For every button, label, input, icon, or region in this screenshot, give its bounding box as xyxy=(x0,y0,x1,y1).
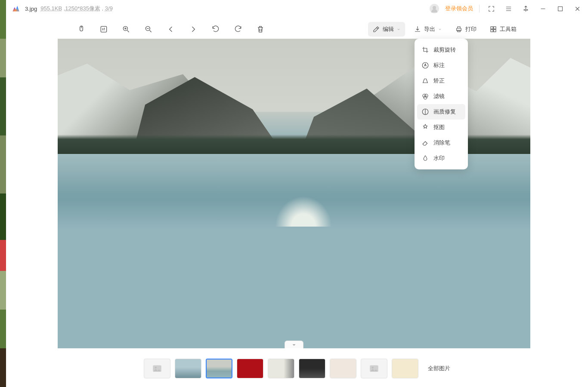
menu-item-straighten[interactable]: 矫正 xyxy=(417,73,465,89)
cutout-icon xyxy=(421,123,429,131)
eraser-icon xyxy=(421,139,429,147)
menu-label: 消除笔 xyxy=(433,139,450,147)
zoom-out-icon[interactable] xyxy=(141,22,156,37)
annotate-icon xyxy=(421,61,429,69)
menu-label: 画质修复 xyxy=(433,108,456,116)
actual-size-icon[interactable] xyxy=(96,22,111,37)
menu-item-cutout[interactable]: 抠图 xyxy=(417,120,465,135)
file-size: 955.1KB xyxy=(40,5,62,12)
crop-icon xyxy=(421,46,429,54)
menu-item-quality-repair[interactable]: 画质修复 xyxy=(417,104,465,120)
svg-point-13 xyxy=(424,96,427,99)
svg-rect-9 xyxy=(493,30,495,32)
menu-item-watermark[interactable]: 水印 xyxy=(417,150,465,166)
thumbnail-strip: 全部图片 xyxy=(6,353,588,387)
thumbnail-2[interactable] xyxy=(175,359,201,378)
thumbnail-8[interactable] xyxy=(361,359,387,378)
thumbnail-1[interactable] xyxy=(144,359,170,378)
print-icon xyxy=(455,25,463,33)
menu-label: 标注 xyxy=(433,61,445,69)
window-edge-strip xyxy=(0,0,6,387)
export-button[interactable]: 导出 xyxy=(409,22,446,37)
fullscreen-icon[interactable] xyxy=(486,3,497,14)
svg-point-16 xyxy=(155,367,157,369)
print-label: 打印 xyxy=(465,25,477,33)
toolbox-label: 工具箱 xyxy=(500,25,517,33)
menu-icon[interactable] xyxy=(503,3,514,14)
next-icon[interactable] xyxy=(186,22,201,37)
export-icon xyxy=(414,25,421,33)
menu-label: 矫正 xyxy=(433,77,445,85)
filter-icon xyxy=(421,92,429,100)
svg-rect-6 xyxy=(491,27,493,29)
thumbnail-6[interactable] xyxy=(299,359,325,378)
menu-label: 裁剪旋转 xyxy=(433,46,456,54)
thumbnail-toggle-handle[interactable] xyxy=(285,341,303,348)
grid-icon xyxy=(489,25,497,33)
close-icon[interactable] xyxy=(572,3,583,14)
mouse-icon[interactable] xyxy=(74,22,89,37)
svg-rect-7 xyxy=(493,27,495,29)
zoom-in-icon[interactable] xyxy=(118,22,134,37)
minimize-icon[interactable] xyxy=(537,3,548,14)
straighten-icon xyxy=(421,77,429,85)
edit-dropdown-menu: 裁剪旋转 标注 矫正 滤镜 画质修复 抠图 消除笔 水印 xyxy=(415,39,468,169)
delete-icon[interactable] xyxy=(253,22,268,37)
thumbnail-7[interactable] xyxy=(330,359,356,378)
prev-icon[interactable] xyxy=(163,22,179,37)
print-button[interactable]: 打印 xyxy=(451,22,481,37)
menu-item-annotate[interactable]: 标注 xyxy=(417,58,465,73)
menu-label: 抠图 xyxy=(433,123,445,131)
file-index: 3/9 xyxy=(105,5,113,12)
chevron-down-icon xyxy=(396,27,401,31)
menu-item-filter[interactable]: 滤镜 xyxy=(417,89,465,104)
export-label: 导出 xyxy=(424,25,435,33)
thumbnail-9[interactable] xyxy=(392,359,418,378)
menu-label: 水印 xyxy=(433,154,445,162)
file-dimensions: 1250*835像素 xyxy=(65,5,100,12)
file-info: 955.1KB ,1250*835像素 , 3/9 xyxy=(40,5,113,12)
thumbnail-4[interactable] xyxy=(237,359,263,378)
main-toolbar: 编辑 导出 打印 工具箱 xyxy=(6,21,588,38)
maximize-icon[interactable] xyxy=(554,3,566,14)
titlebar: 3.jpg 955.1KB ,1250*835像素 , 3/9 登录领会员 xyxy=(6,0,588,17)
thumbnail-5[interactable] xyxy=(268,359,294,378)
svg-point-12 xyxy=(425,94,428,98)
edit-icon xyxy=(372,25,380,33)
edit-button[interactable]: 编辑 xyxy=(368,22,405,37)
divider xyxy=(479,5,480,12)
thumbnail-3[interactable] xyxy=(206,359,232,378)
svg-rect-8 xyxy=(491,30,493,32)
svg-rect-0 xyxy=(558,6,562,11)
pin-icon[interactable] xyxy=(520,3,531,14)
file-name: 3.jpg xyxy=(25,6,37,12)
quality-icon xyxy=(421,108,429,116)
chevron-down-icon xyxy=(438,27,442,31)
toolbox-button[interactable]: 工具箱 xyxy=(485,22,521,37)
rotate-left-icon[interactable] xyxy=(208,22,223,37)
user-avatar-icon[interactable] xyxy=(430,4,439,13)
svg-point-18 xyxy=(372,367,374,369)
all-images-link[interactable]: 全部图片 xyxy=(428,365,450,372)
vip-login-link[interactable]: 登录领会员 xyxy=(445,5,473,12)
menu-label: 滤镜 xyxy=(433,92,445,100)
menu-item-crop[interactable]: 裁剪旋转 xyxy=(417,42,465,58)
menu-item-eraser[interactable]: 消除笔 xyxy=(417,135,465,150)
edit-label: 编辑 xyxy=(383,25,394,33)
watermark-icon xyxy=(421,154,429,162)
app-logo-icon xyxy=(11,4,21,13)
svg-rect-2 xyxy=(101,26,106,32)
rotate-right-icon[interactable] xyxy=(230,22,246,37)
